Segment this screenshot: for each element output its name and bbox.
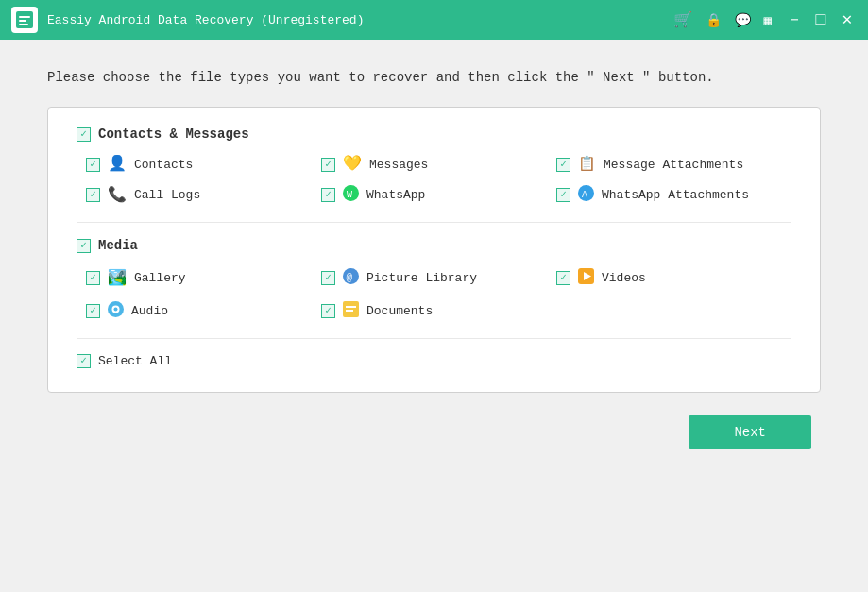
gallery-icon: 🏞️ [108,271,127,286]
app-title: Eassiy Android Data Recovery (Unregister… [47,13,364,27]
svg-point-13 [114,308,118,312]
call-logs-label: Call Logs [134,188,200,202]
titlebar-right: 🛒 🔒 💬 ▦ － □ ✕ [673,10,857,29]
messages-icon: 💛 [343,157,362,172]
message-attachments-label: Message Attachments [604,158,743,172]
whatsapp-attachments-label: WhatsApp Attachments [602,188,749,202]
contacts-label: Contacts [134,158,193,172]
whatsapp-checkbox[interactable]: ✓ [321,188,335,202]
list-item: ✓ Documents [321,301,556,321]
list-item: ✓ 📞 Call Logs [86,185,321,205]
audio-label: Audio [131,304,168,318]
svg-text:@: @ [347,272,353,283]
contacts-messages-checkbox[interactable]: ✓ [77,127,91,142]
media-label: Media [98,238,138,253]
logo-icon [18,13,31,26]
documents-icon [343,301,359,321]
next-button[interactable]: Next [689,415,811,449]
titlebar: Eassiy Android Data Recovery (Unregister… [0,0,868,40]
contacts-checkbox[interactable]: ✓ [86,158,100,172]
message-attachments-icon: 📋 [578,158,596,172]
list-item: ✓ @ Picture Library [321,268,556,288]
videos-label: Videos [602,271,646,285]
svg-rect-0 [19,16,30,18]
list-item: ✓ Videos [556,268,791,288]
bottom-bar: Next [47,415,821,449]
select-all-checkbox[interactable]: ✓ [77,354,91,368]
window-controls: － □ ✕ [785,11,857,28]
menu-icon[interactable]: ▦ [764,12,772,28]
contacts-messages-label: Contacts & Messages [98,127,249,142]
minimize-button[interactable]: － [785,11,804,28]
list-item: ✓ 📋 Message Attachments [556,157,791,172]
media-checkbox[interactable]: ✓ [77,239,91,253]
instruction-text: Please choose the file types you want to… [47,68,821,88]
picture-library-checkbox[interactable]: ✓ [321,271,335,285]
list-item: ✓ 🏞️ Gallery [86,268,321,288]
main-content: Please choose the file types you want to… [0,40,868,592]
chat-icon[interactable]: 💬 [735,12,751,28]
lock-icon[interactable]: 🔒 [706,12,722,28]
contacts-icon: 👤 [108,157,127,172]
whatsapp-attachments-checkbox[interactable]: ✓ [556,188,570,202]
svg-rect-15 [346,306,356,308]
documents-checkbox[interactable]: ✓ [321,304,335,318]
svg-rect-2 [19,24,28,25]
whatsapp-attachments-icon: A [578,185,594,205]
list-item: ✓ Audio [86,301,321,321]
list-item: ✓ A WhatsApp Attachments [556,185,791,205]
svg-text:A: A [582,190,587,200]
svg-rect-16 [346,310,353,312]
message-attachments-checkbox[interactable]: ✓ [556,158,570,172]
section-divider [77,222,791,223]
whatsapp-icon: W [343,185,359,205]
documents-label: Documents [366,304,433,318]
call-logs-checkbox[interactable]: ✓ [86,188,100,202]
media-header: ✓ Media [77,238,791,253]
maximize-button[interactable]: □ [811,11,830,28]
select-all-row: ✓ Select All [77,354,791,368]
list-item: ✓ 💛 Messages [321,157,556,172]
svg-rect-14 [343,301,359,317]
contacts-messages-header: ✓ Contacts & Messages [77,127,791,142]
audio-checkbox[interactable]: ✓ [86,304,100,318]
picture-library-label: Picture Library [366,271,477,285]
svg-text:W: W [347,190,352,200]
select-all-divider [77,338,791,339]
messages-label: Messages [369,158,428,172]
messages-checkbox[interactable]: ✓ [321,158,335,172]
cart-icon[interactable]: 🛒 [673,10,692,29]
titlebar-icons: 🛒 🔒 💬 ▦ [673,10,772,29]
close-button[interactable]: ✕ [838,11,857,28]
list-item: ✓ W WhatsApp [321,185,556,205]
gallery-label: Gallery [134,271,186,285]
select-all-label: Select All [98,354,172,368]
audio-icon [108,301,124,321]
picture-library-icon: @ [343,268,359,288]
list-item: ✓ 👤 Contacts [86,157,321,172]
titlebar-left: Eassiy Android Data Recovery (Unregister… [11,7,364,33]
call-logs-icon: 📞 [108,188,127,203]
gallery-checkbox[interactable]: ✓ [86,271,100,285]
videos-checkbox[interactable]: ✓ [556,271,570,285]
whatsapp-label: WhatsApp [366,188,425,202]
app-logo [11,7,38,33]
media-grid: ✓ 🏞️ Gallery ✓ @ Picture Library ✓ Video… [77,268,791,321]
svg-rect-1 [19,20,26,22]
file-type-panel: ✓ Contacts & Messages ✓ 👤 Contacts ✓ 💛 M… [47,107,821,393]
contacts-messages-grid: ✓ 👤 Contacts ✓ 💛 Messages ✓ 📋 Message At… [77,157,791,205]
videos-icon [578,268,594,288]
